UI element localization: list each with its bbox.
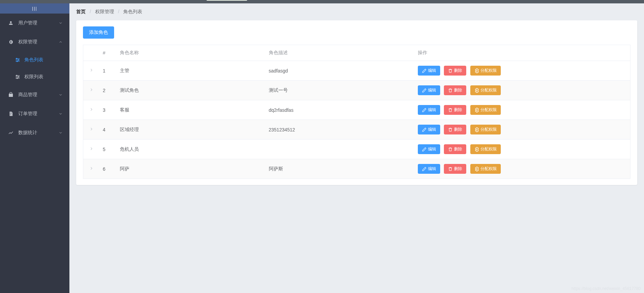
table-header-ops: 操作	[414, 45, 630, 61]
cell-index: 4	[100, 120, 116, 140]
table-row: 6 阿萨 阿萨斯 编辑 删除 分配权限	[83, 159, 630, 179]
cell-role-desc	[265, 140, 414, 159]
table-row: 5 危机人员 编辑 删除 分配权限	[83, 140, 630, 159]
delete-button[interactable]: 删除	[444, 125, 466, 134]
edit-button[interactable]: 编辑	[418, 66, 440, 76]
svg-point-3	[16, 58, 17, 59]
sidebar-subitem-rights[interactable]: 权限列表	[0, 68, 69, 85]
trash-icon	[448, 167, 453, 171]
sliders-icon	[15, 74, 22, 80]
sidebar-item-label: 订单管理	[18, 111, 59, 117]
bag-icon	[7, 92, 15, 98]
trash-icon	[448, 68, 453, 73]
chevron-down-icon	[59, 131, 63, 135]
sidebar-item-label: 权限管理	[18, 39, 59, 45]
breadcrumb-level1: 权限管理	[95, 9, 114, 14]
settings-icon	[474, 127, 479, 132]
svg-point-17	[476, 168, 478, 170]
delete-button[interactable]: 删除	[444, 144, 466, 154]
sidebar-item-label: 数据统计	[18, 130, 59, 136]
trash-icon	[448, 127, 453, 132]
svg-point-15	[476, 129, 478, 130]
edit-button[interactable]: 编辑	[418, 144, 440, 154]
table-row: 2 测试角色 测试一号 编辑 删除 分配权限	[83, 81, 630, 100]
table-row: 1 主管 sadfasgd 编辑 删除 分配权限	[83, 61, 630, 81]
sidebar-item-label: 商品管理	[18, 92, 59, 98]
delete-button[interactable]: 删除	[444, 66, 466, 76]
delete-button[interactable]: 删除	[444, 85, 466, 95]
cell-ops: 编辑 删除 分配权限	[414, 61, 630, 81]
assign-rights-button[interactable]: 分配权限	[470, 85, 501, 95]
assign-rights-button[interactable]: 分配权限	[470, 164, 501, 174]
table-row: 4 区域经理 2351234512 编辑 删除 分配权限	[83, 120, 630, 140]
cell-role-desc: 2351234512	[265, 120, 414, 140]
trash-icon	[448, 108, 453, 112]
sidebar-item-stats[interactable]: 数据统计	[0, 123, 69, 142]
cell-ops: 编辑 删除 分配权限	[414, 81, 630, 100]
cell-role-name: 客服	[116, 100, 265, 120]
edit-icon	[422, 147, 427, 152]
edit-button[interactable]: 编辑	[418, 105, 440, 115]
cell-index: 6	[100, 159, 116, 179]
expand-row-icon[interactable]	[89, 68, 94, 74]
svg-point-13	[476, 90, 478, 91]
sidebar-item-products[interactable]: 商品管理	[0, 85, 69, 104]
cell-index: 5	[100, 140, 116, 159]
table-header-index: #	[100, 45, 116, 61]
main-content: 首页 / 权限管理 / 角色列表 添加角色 # 角色名称 角色描述 操作	[69, 3, 644, 293]
settings-icon	[474, 108, 479, 112]
breadcrumb: 首页 / 权限管理 / 角色列表	[69, 3, 644, 20]
edit-icon	[422, 167, 427, 171]
svg-point-4	[18, 60, 19, 61]
settings-icon	[474, 147, 479, 152]
sidebar-item-permissions[interactable]: 权限管理	[0, 33, 69, 51]
cell-role-desc: 阿萨斯	[265, 159, 414, 179]
edit-button[interactable]: 编辑	[418, 85, 440, 95]
breadcrumb-separator: /	[90, 9, 91, 14]
cell-role-name: 测试角色	[116, 81, 265, 100]
edit-icon	[422, 68, 427, 73]
cell-role-name: 阿萨	[116, 159, 265, 179]
cell-ops: 编辑 删除 分配权限	[414, 120, 630, 140]
edit-button[interactable]: 编辑	[418, 164, 440, 174]
delete-button[interactable]: 删除	[444, 105, 466, 115]
topbar	[0, 0, 644, 3]
cell-role-desc: sadfasgd	[265, 61, 414, 81]
edit-icon	[422, 108, 427, 112]
breadcrumb-home[interactable]: 首页	[76, 9, 86, 14]
sidebar-item-users[interactable]: 用户管理	[0, 14, 69, 33]
chart-icon	[7, 130, 15, 135]
edit-icon	[422, 88, 427, 93]
content-card: 添加角色 # 角色名称 角色描述 操作 1 主管 sadfasgd	[76, 20, 637, 185]
settings-icon	[474, 88, 479, 93]
expand-row-icon[interactable]	[89, 166, 94, 172]
expand-row-icon[interactable]	[89, 146, 94, 152]
cell-ops: 编辑 删除 分配权限	[414, 159, 630, 179]
cell-role-name: 危机人员	[116, 140, 265, 159]
cell-role-name: 区域经理	[116, 120, 265, 140]
breadcrumb-separator: /	[118, 9, 120, 14]
svg-point-11	[17, 78, 18, 79]
expand-row-icon[interactable]	[89, 127, 94, 132]
delete-button[interactable]: 删除	[444, 164, 466, 174]
sidebar-subitem-roles[interactable]: 角色列表	[0, 51, 69, 68]
expand-row-icon[interactable]	[89, 107, 94, 113]
table-header-desc: 角色描述	[265, 45, 414, 61]
svg-point-5	[17, 61, 18, 62]
sidebar-subitem-label: 角色列表	[24, 57, 43, 63]
assign-rights-button[interactable]: 分配权限	[470, 66, 501, 76]
cell-role-desc: 测试一号	[265, 81, 414, 100]
add-role-button[interactable]: 添加角色	[83, 26, 114, 39]
assign-rights-button[interactable]: 分配权限	[470, 144, 501, 154]
expand-row-icon[interactable]	[89, 87, 94, 93]
sidebar-collapse-button[interactable]: |||	[0, 3, 69, 14]
edit-icon	[422, 127, 427, 132]
svg-point-9	[16, 75, 17, 76]
assign-rights-button[interactable]: 分配权限	[470, 125, 501, 134]
settings-icon	[474, 68, 479, 73]
sidebar-item-orders[interactable]: 订单管理	[0, 104, 69, 123]
assign-rights-button[interactable]: 分配权限	[470, 105, 501, 115]
edit-button[interactable]: 编辑	[418, 125, 440, 134]
user-icon	[7, 20, 15, 26]
cell-role-name: 主管	[116, 61, 265, 81]
